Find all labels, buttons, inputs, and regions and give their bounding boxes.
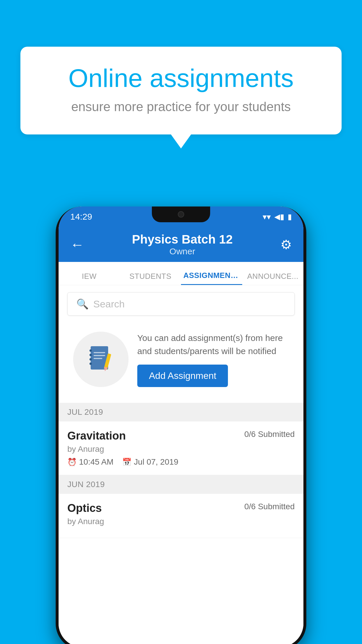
svg-rect-2 <box>94 355 105 356</box>
assignment-row1: Gravitation 0/6 Submitted <box>67 430 295 442</box>
assignment-meta-gravitation: ⏰ 10:45 AM 📅 Jul 07, 2019 <box>67 457 295 467</box>
assignment-title-optics: Optics <box>67 502 102 514</box>
settings-icon[interactable]: ⚙ <box>280 237 292 252</box>
empty-text-area: You can add assignment(s) from here and … <box>137 331 289 387</box>
back-button[interactable]: ← <box>70 237 84 253</box>
search-bar[interactable]: 🔍 Search <box>67 292 295 316</box>
battery-icon: ▮ <box>288 212 292 221</box>
meta-date-gravitation: 📅 Jul 07, 2019 <box>122 457 178 467</box>
empty-description: You can add assignment(s) from here and … <box>137 331 289 358</box>
notebook-svg <box>88 345 114 374</box>
assignment-illustration <box>73 332 129 387</box>
svg-rect-3 <box>94 358 102 359</box>
status-icons: ▾▾ ◀▮ ▮ <box>263 212 292 222</box>
meta-time-gravitation: ⏰ 10:45 AM <box>67 457 113 467</box>
app-header: ← Physics Batch 12 Owner ⚙ <box>59 227 303 262</box>
add-assignment-button[interactable]: Add Assignment <box>137 365 228 387</box>
bubble-title: Online assignments <box>44 64 318 92</box>
phone-screen: 14:29 ▾▾ ◀▮ ▮ ← Physics Batch 12 Owner ⚙… <box>59 206 303 644</box>
phone-notch <box>152 206 210 222</box>
speech-bubble-container: Online assignments ensure more practice … <box>20 47 342 148</box>
speech-bubble-tail <box>171 134 191 148</box>
signal-icon: ◀▮ <box>274 212 284 221</box>
bubble-subtitle: ensure more practice for your students <box>44 99 318 114</box>
assignment-author-optics: by Anurag <box>67 517 295 526</box>
svg-point-5 <box>89 354 92 356</box>
svg-point-6 <box>89 358 92 360</box>
calendar-icon: 📅 <box>122 458 131 467</box>
speech-bubble: Online assignments ensure more practice … <box>20 47 342 134</box>
status-time: 14:29 <box>70 212 92 222</box>
tab-iew[interactable]: IEW <box>59 272 120 285</box>
assignment-submitted-gravitation: 0/6 Submitted <box>244 430 295 439</box>
tab-announcements[interactable]: ANNOUNCE... <box>242 272 303 285</box>
svg-point-4 <box>89 349 92 352</box>
section-header-jun: JUN 2019 <box>59 475 303 494</box>
tab-students[interactable]: STUDENTS <box>120 272 181 285</box>
header-title: Physics Batch 12 <box>84 232 280 246</box>
empty-state: You can add assignment(s) from here and … <box>67 323 295 396</box>
assignment-submitted-optics: 0/6 Submitted <box>244 502 295 511</box>
header-center: Physics Batch 12 Owner <box>84 232 280 256</box>
section-header-jul: JUL 2019 <box>59 403 303 421</box>
content-area: 🔍 Search <box>59 285 303 644</box>
phone-frame: 14:29 ▾▾ ◀▮ ▮ ← Physics Batch 12 Owner ⚙… <box>56 206 306 644</box>
tab-assignments[interactable]: ASSIGNMENTS <box>181 271 242 285</box>
search-icon: 🔍 <box>76 298 89 310</box>
wifi-icon: ▾▾ <box>263 212 271 222</box>
assignment-date-gravitation: Jul 07, 2019 <box>134 457 178 467</box>
assignment-row1-optics: Optics 0/6 Submitted <box>67 502 295 514</box>
assignment-item-optics[interactable]: Optics 0/6 Submitted by Anurag <box>59 494 303 538</box>
header-subtitle: Owner <box>84 246 280 256</box>
tabs-container: IEW STUDENTS ASSIGNMENTS ANNOUNCE... <box>59 262 303 285</box>
assignment-title-gravitation: Gravitation <box>67 430 126 442</box>
svg-rect-1 <box>94 352 105 353</box>
search-placeholder: Search <box>93 298 125 310</box>
clock-icon: ⏰ <box>67 458 77 467</box>
assignment-time-gravitation: 10:45 AM <box>79 457 113 467</box>
assignment-item-gravitation[interactable]: Gravitation 0/6 Submitted by Anurag ⏰ 10… <box>59 421 303 475</box>
assignment-author-gravitation: by Anurag <box>67 444 295 454</box>
notch-camera <box>178 211 184 218</box>
svg-point-7 <box>89 363 92 365</box>
